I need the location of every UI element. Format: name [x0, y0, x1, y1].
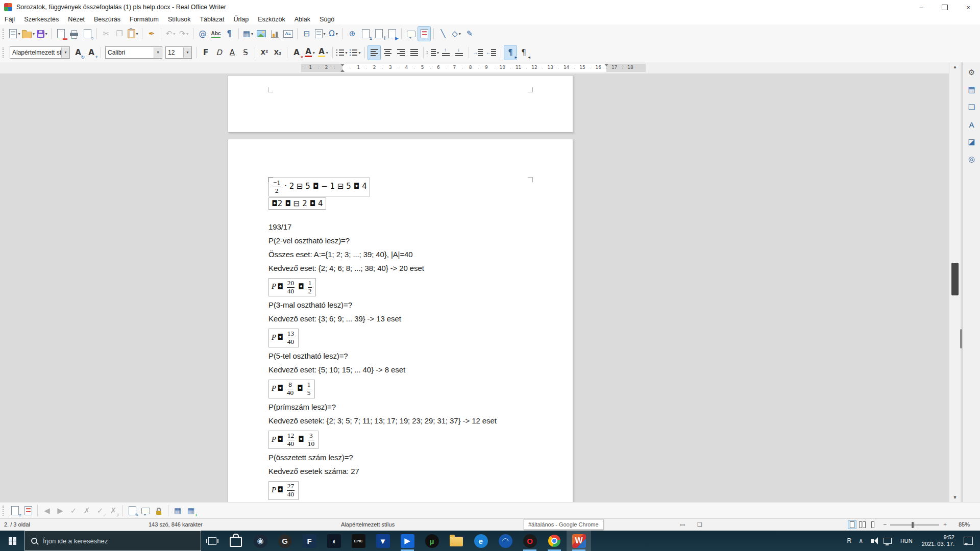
track-changes-button[interactable]: [418, 27, 430, 41]
document-modified-icon[interactable]: ❏: [697, 521, 702, 528]
insert-chart-button[interactable]: [268, 27, 281, 41]
new-style-button[interactable]: A+: [85, 45, 97, 60]
dropdown-caret[interactable]: ▾: [326, 51, 328, 55]
increase-paragraph-spacing-button[interactable]: [440, 45, 452, 60]
new-document-button[interactable]: ▾: [9, 27, 21, 41]
protect-changes-button[interactable]: [153, 504, 165, 518]
dropdown-caret[interactable]: ▾: [18, 32, 20, 36]
menu-table[interactable]: Táblázat: [195, 14, 229, 24]
export-pdf-button[interactable]: ▬: [55, 27, 67, 41]
taskbar-app-chrome[interactable]: [542, 531, 567, 551]
taskbar-app-dark-circle[interactable]: G: [273, 531, 297, 551]
menu-file[interactable]: Fájl: [0, 14, 19, 24]
record-track-changes-button[interactable]: [22, 504, 34, 518]
formula-object[interactable]: −12 · 2 ⊟ 5 ◘ − 1 ⊟ 5 ◘ 4: [268, 178, 370, 196]
action-center-icon[interactable]: [964, 537, 973, 545]
network-icon[interactable]: [884, 538, 892, 544]
decrease-indent-button[interactable]: [485, 45, 498, 60]
word-count[interactable]: 143 szó, 846 karakter: [149, 521, 203, 528]
dropdown-caret[interactable]: ▾: [345, 51, 347, 55]
footnote-button[interactable]: 1: [359, 27, 372, 41]
dropdown-caret[interactable]: ▾: [251, 32, 253, 36]
clone-formatting-button[interactable]: ✒: [145, 27, 158, 41]
zoom-in-button[interactable]: +: [943, 521, 947, 528]
selection-mode-icon[interactable]: ▭: [680, 521, 685, 528]
dropdown-caret[interactable]: ▾: [33, 32, 35, 36]
book-view-button[interactable]: [869, 521, 876, 529]
zoom-level[interactable]: 85%: [959, 521, 970, 528]
paste-button[interactable]: ▾: [127, 27, 139, 41]
compare-document-button[interactable]: ▦: [172, 504, 184, 518]
taskbar-app-file-explorer[interactable]: [444, 531, 469, 551]
maximize-button[interactable]: [933, 0, 957, 14]
taskbar-app-edge[interactable]: e: [469, 531, 493, 551]
menu-format[interactable]: Formátum: [125, 14, 163, 24]
sidebar-gallery-icon[interactable]: ◪: [965, 135, 978, 148]
insert-field-button[interactable]: ▾: [314, 27, 326, 41]
font-size-combo[interactable]: 12▾: [165, 46, 192, 59]
right-to-left-button[interactable]: ¶◂: [518, 45, 530, 60]
italic-button[interactable]: D: [213, 45, 225, 60]
paragraph-style-combo[interactable]: Alapértelmezett sti▾: [10, 46, 70, 59]
volume-icon[interactable]: [871, 539, 874, 543]
find-replace-button[interactable]: @: [197, 27, 209, 41]
highlight-color-button[interactable]: A▾: [317, 45, 329, 60]
formula-object[interactable]: P◘ 840 ◘ 15: [268, 380, 315, 398]
bullet-list-button[interactable]: ▾: [336, 45, 348, 60]
merge-documents-button[interactable]: ▦+: [185, 504, 197, 518]
taskbar-app-steam[interactable]: ◉: [248, 531, 273, 551]
paragraph-style-dropdown[interactable]: ▾: [61, 47, 69, 58]
taskbar-app-opera[interactable]: O: [518, 531, 542, 551]
document-content[interactable]: −12 · 2 ⊟ 5 ◘ − 1 ⊟ 5 ◘ 4◘2 ◘ ⊟ 2 ◘ 4193…: [268, 178, 536, 502]
indent-marker[interactable]: [604, 64, 608, 68]
taskbar-clock[interactable]: 9:52 2021. 03. 17.: [917, 534, 960, 547]
hidden-icons-chevron-icon[interactable]: ∧: [855, 537, 867, 544]
menu-help[interactable]: Súgó: [315, 14, 339, 24]
zoom-out-button[interactable]: −: [883, 521, 887, 528]
menu-view[interactable]: Nézet: [63, 14, 89, 24]
toolbar-grip[interactable]: [3, 29, 5, 39]
multi-page-view-button[interactable]: [859, 521, 866, 529]
bold-button[interactable]: F: [200, 45, 212, 60]
dropdown-caret[interactable]: ▾: [437, 51, 439, 55]
numbered-list-button[interactable]: ▾: [349, 45, 361, 60]
scroll-up-arrow[interactable]: ▲: [949, 62, 961, 71]
bookmark-button[interactable]: ▶: [386, 27, 398, 41]
insert-image-button[interactable]: [255, 27, 267, 41]
cut-button[interactable]: ✂: [100, 27, 112, 41]
insert-line-button[interactable]: ╲: [437, 27, 449, 41]
taskbar-search[interactable]: [24, 531, 201, 551]
dropdown-caret[interactable]: ▾: [336, 32, 338, 36]
dropdown-caret[interactable]: ▾: [313, 51, 315, 55]
manage-changes-button[interactable]: ✎: [126, 504, 138, 518]
align-left-button[interactable]: [368, 45, 380, 60]
font-size-dropdown[interactable]: ▾: [183, 47, 191, 58]
formula-object[interactable]: P◘ 1240 ◘ 310: [268, 431, 318, 449]
formatting-marks-button[interactable]: ¶: [223, 27, 235, 41]
copy-button[interactable]: ❐: [113, 27, 126, 41]
taskbar-app-triangle[interactable]: ▼: [371, 531, 395, 551]
reject-change-button[interactable]: ✗: [81, 504, 93, 518]
increase-indent-button[interactable]: [472, 45, 484, 60]
reject-all-changes-button[interactable]: ✗✗: [107, 504, 119, 518]
subscript-button[interactable]: X₂: [272, 45, 284, 60]
print-preview-button[interactable]: ○: [81, 27, 93, 41]
insert-table-button[interactable]: ▦▾: [242, 27, 254, 41]
decrease-paragraph-spacing-button[interactable]: [453, 45, 465, 60]
sidebar-settings-icon[interactable]: ⚙: [965, 66, 978, 79]
undo-button[interactable]: ↶▾: [164, 27, 177, 41]
dropdown-caret[interactable]: ▾: [136, 32, 138, 36]
font-color-button[interactable]: A▾: [304, 45, 316, 60]
strikethrough-button[interactable]: S: [239, 45, 252, 60]
menu-styles[interactable]: Stílusok: [163, 14, 195, 24]
single-page-view-button[interactable]: [848, 521, 856, 529]
page-count[interactable]: 2. / 3 oldal: [4, 521, 30, 528]
menu-tools[interactable]: Eszközök: [253, 14, 290, 24]
superscript-button[interactable]: X²: [258, 45, 271, 60]
sidebar-navigator-icon[interactable]: ◎: [965, 153, 978, 166]
align-right-button[interactable]: [395, 45, 407, 60]
line-spacing-button[interactable]: ▾: [427, 45, 439, 60]
tray-app-icon[interactable]: R: [843, 537, 855, 544]
accept-change-button[interactable]: ✓: [67, 504, 80, 518]
page-1-bottom[interactable]: [228, 75, 573, 133]
